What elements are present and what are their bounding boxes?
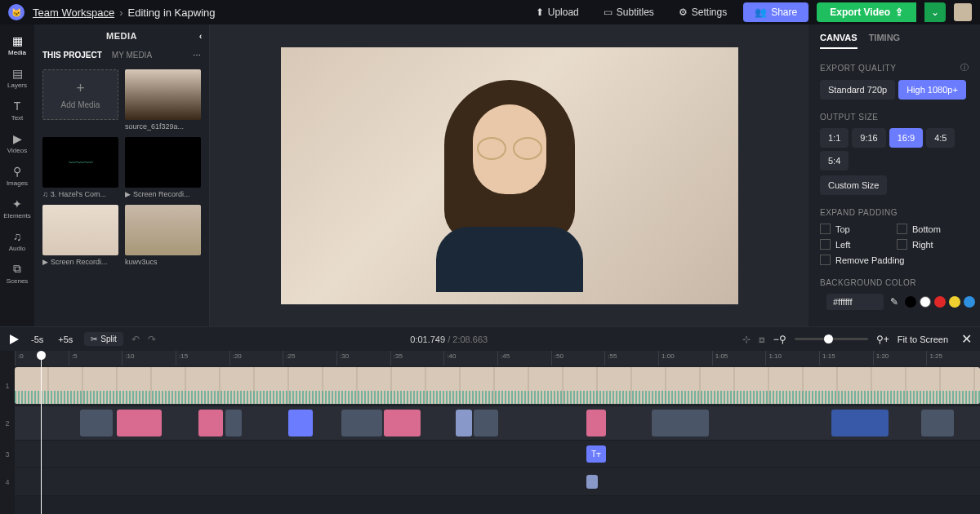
ratio-16-9[interactable]: 16:9	[889, 128, 923, 148]
help-icon[interactable]: ⓘ	[960, 62, 969, 73]
tool-images[interactable]: ⚲Images	[2, 160, 33, 191]
skip-fwd-button[interactable]: +5s	[55, 333, 76, 346]
properties-panel: CANVAS TIMING EXPORT QUALITYⓘ Standard 7…	[808, 24, 980, 326]
ruler-tick: 1:20	[873, 351, 927, 366]
tool-text[interactable]: TText	[2, 95, 33, 126]
clip[interactable]	[117, 410, 162, 436]
zoom-out-button[interactable]: −⚲	[773, 334, 786, 345]
padding-right[interactable]: Right	[897, 239, 969, 250]
custom-size-button[interactable]: Custom Size	[820, 175, 887, 195]
media-thumb[interactable]	[125, 205, 201, 255]
timeline: 1234 :0:5:10:15:20:25:30:35:40:45:50:551…	[0, 351, 980, 514]
media-thumb[interactable]: 〰〰〰	[42, 137, 118, 188]
user-avatar[interactable]	[954, 3, 972, 21]
app-logo[interactable]: 🐱	[8, 4, 24, 20]
close-timeline-button[interactable]: ✕	[961, 331, 972, 347]
color-swatch[interactable]	[964, 296, 975, 308]
ratio-5-4[interactable]: 5:4	[820, 151, 849, 171]
zoom-in-button[interactable]: ⚲+	[876, 334, 889, 345]
remove-padding[interactable]: Remove Padding	[820, 255, 969, 265]
zoom-slider[interactable]	[795, 338, 868, 340]
clip[interactable]	[586, 410, 606, 436]
skip-back-button[interactable]: -5s	[28, 333, 47, 346]
media-label: ♫3. Hazel's Com...	[42, 190, 118, 198]
color-swatch[interactable]	[949, 296, 960, 308]
tab-this-project[interactable]: THIS PROJECT	[42, 51, 102, 60]
ratio-4-5[interactable]: 4:5	[926, 128, 955, 148]
clip[interactable]	[456, 410, 472, 436]
quality-standard[interactable]: Standard 720p	[820, 80, 895, 100]
ratio-1-1[interactable]: 1:1	[820, 128, 849, 148]
tab-my-media[interactable]: MY MEDIA	[112, 51, 152, 60]
tab-canvas[interactable]: CANVAS	[820, 33, 858, 49]
clip[interactable]	[198, 410, 223, 436]
padding-bottom[interactable]: Bottom	[897, 224, 969, 234]
collapse-panel-button[interactable]: ‹	[199, 31, 203, 41]
color-swatch[interactable]	[905, 296, 916, 308]
playhead[interactable]	[41, 351, 42, 514]
video-clip[interactable]	[15, 367, 980, 404]
track-4[interactable]	[15, 468, 980, 496]
media-icon: ▦	[12, 34, 23, 47]
clip[interactable]	[341, 410, 382, 436]
export-dropdown[interactable]: ⌄	[924, 2, 946, 22]
subtitles-icon: ▭	[604, 7, 612, 18]
tool-videos[interactable]: ▶Videos	[2, 127, 33, 158]
undo-button[interactable]: ↶	[131, 334, 140, 345]
bg-color-input[interactable]: #ffffff	[826, 294, 884, 310]
ratio-9-16[interactable]: 9:16	[852, 128, 885, 148]
media-thumb[interactable]	[125, 69, 201, 120]
tool-elements[interactable]: ✦Elements	[2, 193, 33, 224]
share-button[interactable]: 👥 Share	[743, 2, 808, 22]
add-media-button[interactable]: + Add Media	[42, 69, 118, 120]
clip[interactable]	[652, 410, 709, 436]
media-more-button[interactable]: ⋯	[193, 51, 201, 60]
export-quality-label: EXPORT QUALITY	[820, 64, 896, 73]
track-1[interactable]	[15, 366, 980, 406]
clip[interactable]	[474, 410, 498, 436]
subtitles-button[interactable]: ▭ Subtitles	[595, 3, 662, 21]
media-label: ▶Screen Recordi...	[42, 258, 118, 266]
upload-button[interactable]: ⬆ Upload	[528, 3, 587, 21]
clip[interactable]	[921, 410, 954, 436]
timeline-tracks[interactable]: :0:5:10:15:20:25:30:35:40:45:50:551:001:…	[15, 351, 980, 514]
clip[interactable]	[80, 410, 113, 436]
fit-to-screen-button[interactable]: Fit to Screen	[898, 335, 948, 344]
track-2[interactable]	[15, 406, 980, 441]
magnet-icon[interactable]: ⧈	[759, 334, 765, 345]
redo-button[interactable]: ↷	[148, 334, 156, 345]
tool-scenes[interactable]: ⧉Scenes	[2, 258, 33, 289]
clip[interactable]	[384, 410, 421, 436]
timeline-ruler[interactable]: :0:5:10:15:20:25:30:35:40:45:50:551:001:…	[15, 351, 980, 366]
ruler-tick: 1:15	[819, 351, 873, 366]
color-swatch[interactable]	[934, 296, 946, 308]
media-thumb[interactable]	[125, 137, 201, 188]
tool-layers[interactable]: ▤Layers	[2, 62, 33, 93]
tool-media[interactable]: ▦Media	[2, 29, 33, 60]
color-swatch[interactable]	[920, 296, 931, 308]
eyedropper-icon[interactable]: ✎	[890, 296, 898, 308]
workspace-link[interactable]: Team Workspace	[33, 7, 114, 19]
media-thumb[interactable]	[42, 205, 118, 255]
clip[interactable]	[225, 410, 242, 436]
clip[interactable]	[288, 410, 313, 436]
breadcrumb: Team Workspace › Editing in Kapwing	[33, 7, 216, 19]
text-clip[interactable]: Tᴛ	[586, 445, 606, 463]
padding-left[interactable]: Left	[820, 239, 892, 250]
split-button[interactable]: ✂Split	[84, 332, 122, 346]
padding-top[interactable]: Top	[820, 224, 892, 234]
track-3[interactable]: Tᴛ	[15, 441, 980, 468]
clip[interactable]	[586, 475, 598, 489]
export-button[interactable]: Export Video ⇪	[817, 2, 916, 22]
clip[interactable]	[831, 410, 889, 436]
play-button[interactable]	[8, 334, 20, 345]
video-preview[interactable]	[281, 47, 738, 304]
tool-audio[interactable]: ♫Audio	[2, 225, 33, 256]
snap-icon[interactable]: ⊹	[742, 334, 751, 345]
tab-timing[interactable]: TIMING	[869, 33, 901, 49]
canvas-area[interactable]	[210, 24, 808, 326]
quality-high[interactable]: High 1080p+	[898, 80, 966, 100]
ruler-tick: 1:00	[658, 351, 712, 366]
settings-button[interactable]: ⚙ Settings	[670, 3, 735, 21]
track-label: 1	[0, 366, 15, 406]
